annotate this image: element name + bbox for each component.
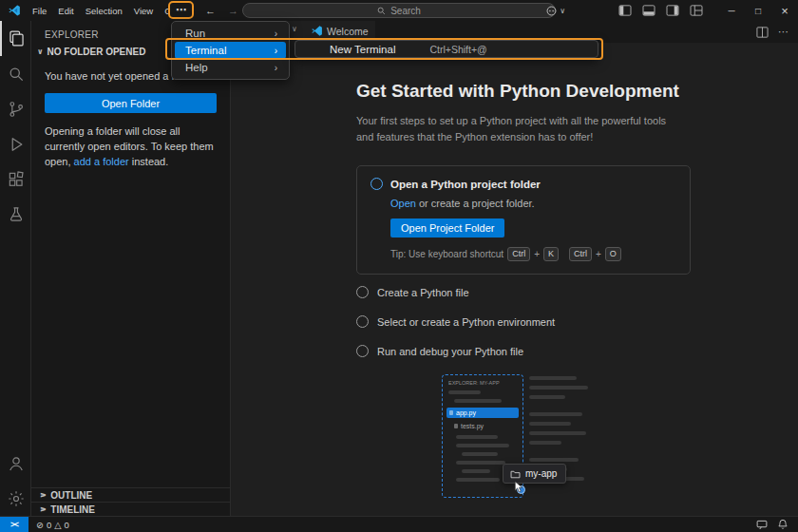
- menu-file[interactable]: File: [27, 0, 52, 21]
- menu-item-run[interactable]: Run ›: [175, 25, 286, 42]
- titlebar-right: ∨ ─ □ ×: [545, 0, 798, 21]
- account-icon: [7, 454, 26, 473]
- kbd-k: K: [543, 247, 559, 261]
- open-project-folder-button[interactable]: Open Project Folder: [390, 218, 504, 238]
- toggle-sidebar-icon[interactable]: [618, 5, 632, 16]
- activity-account[interactable]: [0, 446, 30, 481]
- activity-testing[interactable]: [0, 197, 30, 232]
- file-icon: [449, 410, 453, 415]
- step-checkbox[interactable]: [356, 345, 369, 357]
- explorer-sidebar: EXPLORER ∨ NO FOLDER OPENED You have not…: [31, 21, 231, 516]
- activity-spacer: [0, 232, 30, 446]
- command-center-search[interactable]: Search: [242, 3, 556, 18]
- chevron-down-icon: ∨: [560, 7, 565, 15]
- step-create-python-file[interactable]: Create a Python file: [356, 286, 691, 298]
- sidebar-note: Opening a folder will close all currentl…: [45, 124, 217, 170]
- activity-settings[interactable]: [0, 481, 30, 516]
- more-actions-icon[interactable]: ⋯: [778, 26, 788, 38]
- overflow-menu-dropdown: Run › Terminal › Help ›: [171, 21, 290, 80]
- timeline-section-header[interactable]: ∨ TIMELINE: [31, 502, 230, 516]
- menu-item-help[interactable]: Help ›: [175, 59, 286, 76]
- step-checkbox[interactable]: [356, 315, 369, 328]
- plus-sign: +: [596, 249, 601, 259]
- back-arrow-icon[interactable]: ←: [205, 5, 216, 16]
- vscode-window: File Edit Selection View Go ⋯ ← → Search…: [0, 0, 798, 532]
- chevron-right-icon: ∨: [38, 491, 48, 498]
- skeleton-bar: [456, 435, 498, 439]
- activity-search[interactable]: [0, 56, 30, 91]
- skeleton-bar: [462, 469, 490, 473]
- activity-run-debug[interactable]: [0, 126, 30, 162]
- skeleton-bar: [529, 422, 571, 426]
- gear-icon: [7, 489, 26, 508]
- skeleton-bar: [529, 395, 565, 399]
- skeleton-bar: [529, 386, 588, 390]
- skeleton-bar: [529, 458, 579, 462]
- customize-layout-icon[interactable]: [690, 5, 703, 16]
- search-icon: [7, 65, 26, 84]
- chevron-down-icon: ∨: [37, 48, 44, 56]
- menu-item-new-terminal[interactable]: New Terminal Ctrl+Shift+@: [295, 44, 598, 55]
- menu-edit[interactable]: Edit: [52, 0, 79, 21]
- extensions-icon: [7, 170, 26, 189]
- step-run-debug[interactable]: Run and debug your Python file: [356, 345, 691, 357]
- mini-file-active: app.py: [446, 408, 519, 418]
- walkthrough-steps: Create a Python file Select or create a …: [356, 286, 691, 357]
- section-label: NO FOLDER OPENED: [48, 47, 146, 57]
- step-checkbox[interactable]: [370, 178, 383, 190]
- step-label: Select or create a Python environment: [377, 316, 555, 328]
- mini-file-name: tests.py: [461, 423, 484, 429]
- error-count: 0: [47, 520, 51, 530]
- walkthrough-subtitle: Your first steps to set up a Python proj…: [356, 113, 679, 144]
- folder-icon: [510, 469, 521, 479]
- toggle-panel-icon[interactable]: [642, 5, 656, 16]
- split-editor-icon[interactable]: [756, 27, 769, 38]
- step-title: Open a Python project folder: [390, 179, 541, 190]
- menu-item-terminal[interactable]: Terminal ›: [175, 42, 286, 59]
- walkthrough-illustration: EXPLORER: MY-APP app.py tests.py: [442, 374, 608, 503]
- open-folder-button[interactable]: Open Folder: [45, 93, 217, 113]
- submenu-arrow-icon: ›: [275, 46, 277, 56]
- minimize-button[interactable]: ─: [718, 0, 745, 21]
- mouse-cursor-icon: [514, 482, 522, 492]
- close-button[interactable]: ×: [771, 0, 798, 21]
- step-label: Run and debug your Python file: [377, 346, 523, 357]
- editor-actions: ⋯: [756, 21, 788, 43]
- warning-icon: △: [54, 520, 61, 530]
- bell-icon[interactable]: [777, 519, 788, 530]
- maximize-button[interactable]: □: [745, 0, 771, 21]
- skeleton-bar: [529, 441, 561, 445]
- file-icon: [454, 424, 458, 428]
- open-link[interactable]: Open: [390, 198, 416, 209]
- warning-count: 0: [65, 520, 69, 530]
- run-debug-icon: [7, 135, 26, 154]
- history-nav: ← →: [205, 0, 238, 21]
- menu-selection[interactable]: Selection: [80, 0, 128, 21]
- menu-item-label: Help: [185, 62, 208, 73]
- add-folder-link[interactable]: add a folder: [74, 156, 129, 167]
- activity-source-control[interactable]: [0, 91, 30, 126]
- remote-indicator[interactable]: ><: [0, 517, 28, 532]
- menu-view[interactable]: View: [128, 0, 159, 21]
- activity-explorer[interactable]: [0, 21, 30, 56]
- skeleton-bar: [456, 444, 509, 447]
- activity-extensions[interactable]: [0, 162, 30, 197]
- keybinding-label: Ctrl+Shift+@: [429, 44, 486, 55]
- outline-section-header[interactable]: ∨ OUTLINE: [31, 487, 230, 502]
- vscode-logo-icon: [8, 4, 21, 17]
- window-controls: ─ □ ×: [718, 0, 798, 21]
- skeleton-bar: [456, 461, 505, 465]
- editor-area: Get Started with Python Development Your…: [231, 43, 798, 516]
- toggle-secondary-sidebar-icon[interactable]: [666, 5, 679, 16]
- copilot-button[interactable]: ∨: [545, 5, 565, 17]
- chevron-right-icon: ∨: [38, 505, 48, 512]
- walkthrough-title: Get Started with Python Development: [356, 81, 691, 102]
- feedback-icon[interactable]: [756, 520, 768, 530]
- step-description: Open or create a project folder.: [390, 198, 676, 209]
- step-select-environment[interactable]: Select or create a Python environment: [356, 315, 691, 328]
- menu-overflow-button[interactable]: ⋯: [168, 1, 194, 19]
- forward-arrow-icon[interactable]: →: [228, 5, 238, 16]
- title-bar: File Edit Selection View Go ⋯ ← → Search…: [0, 0, 798, 21]
- step-checkbox[interactable]: [356, 286, 369, 298]
- problems-indicator[interactable]: ⊘ 0 △ 0: [36, 520, 69, 530]
